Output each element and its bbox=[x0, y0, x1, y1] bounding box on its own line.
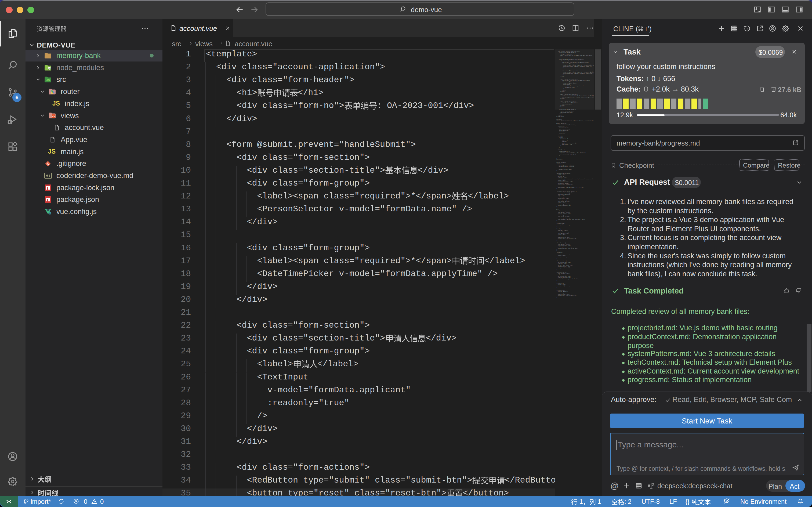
svg-text:</>: </> bbox=[46, 78, 51, 81]
svg-text:<>: <> bbox=[52, 115, 55, 118]
svg-text:JS: JS bbox=[48, 67, 51, 69]
